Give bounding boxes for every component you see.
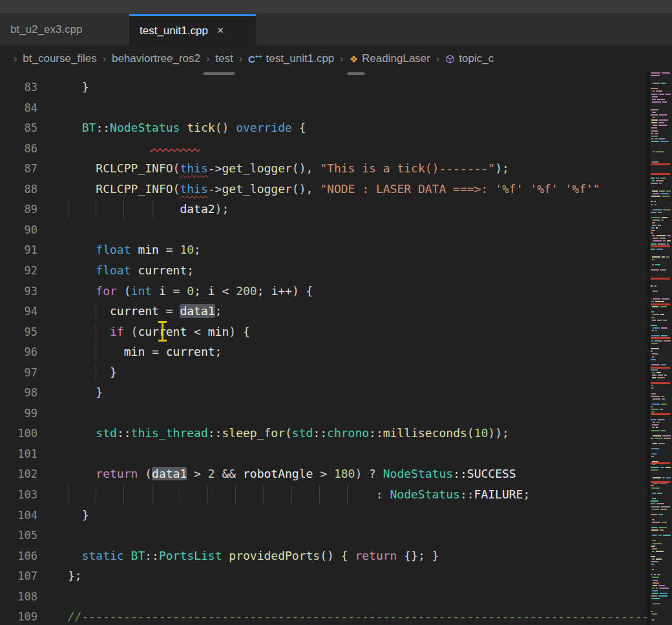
code-token: ) { <box>229 325 250 338</box>
code-line[interactable]: 98 } <box>0 382 650 403</box>
line-number[interactable]: 102 <box>0 464 37 484</box>
code-line[interactable]: 108 <box>0 586 650 607</box>
code-line[interactable]: 95 if (current < min) { <box>0 322 650 342</box>
breadcrumb-item-folder[interactable]: behaviortree_ros2 <box>112 52 200 65</box>
code-token: PortsList <box>159 549 222 562</box>
breadcrumb-item-class[interactable]: ❖ ReadingLaser <box>350 52 430 65</box>
code-token: BT <box>131 549 145 562</box>
code-line[interactable]: 100 std::this_thread::sleep_for(std::chr… <box>0 423 650 444</box>
tab-test-unit1[interactable]: test_unit1.cpp × <box>129 14 256 45</box>
line-number[interactable]: 100 <box>0 424 37 444</box>
code-line[interactable]: 105 <box>0 525 650 546</box>
code-line[interactable]: 92 float current; <box>0 260 650 281</box>
code-token <box>68 243 96 256</box>
code-token: : <box>68 487 390 501</box>
code-token: ) ? <box>355 467 383 480</box>
code-token: :: <box>117 426 131 440</box>
line-number[interactable]: 108 <box>0 587 37 607</box>
code-token: ( <box>124 325 138 338</box>
line-number[interactable]: 85 <box>0 118 37 138</box>
class-icon: ❖ <box>350 54 358 64</box>
code-line[interactable]: 85 BT::NodeStatus tick() override { <box>0 118 650 138</box>
code-line[interactable]: 102 return (data1 > 2 && robotAngle > 18… <box>0 464 650 484</box>
line-number[interactable]: 83 <box>0 77 37 97</box>
breadcrumb-item-folder[interactable]: test <box>215 52 233 65</box>
code-line[interactable]: 103 : NodeStatus::FAILURE; <box>0 484 650 505</box>
code-token <box>180 121 187 134</box>
line-number[interactable]: 90 <box>0 220 37 240</box>
tab-bt-u2-ex3[interactable]: bt_u2_ex3.cpp <box>0 14 129 45</box>
code-token: NodeStatus <box>383 467 453 480</box>
code-line[interactable]: 104 } <box>0 505 650 526</box>
code-token: this <box>180 161 207 175</box>
code-line[interactable]: 90 <box>0 220 650 240</box>
close-icon[interactable]: × <box>217 24 224 37</box>
code-line[interactable]: 97 } <box>0 362 650 383</box>
chevron-right-icon: › <box>14 53 17 65</box>
line-number[interactable]: 107 <box>0 566 37 586</box>
code-token: current <box>110 304 159 318</box>
indent-guide <box>68 200 68 218</box>
code-token: this <box>180 182 207 196</box>
line-number[interactable]: 101 <box>0 444 37 464</box>
code-token: = <box>159 304 180 318</box>
line-number[interactable]: 94 <box>0 302 37 322</box>
code-line[interactable]: 91 float min = 10; <box>0 240 650 260</box>
line-number[interactable]: 92 <box>0 261 37 281</box>
code-token: BT <box>82 121 96 134</box>
code-token: min <box>208 325 229 338</box>
code-line[interactable]: 96 min = current; <box>0 342 650 362</box>
line-number[interactable]: 88 <box>0 179 37 200</box>
line-number[interactable]: 91 <box>0 240 37 260</box>
indent-guide <box>68 486 68 504</box>
code-line[interactable]: 86 <box>0 138 650 159</box>
code-line[interactable]: 107}; <box>0 566 650 586</box>
line-number[interactable]: 86 <box>0 139 37 159</box>
line-number[interactable]: 105 <box>0 526 37 546</box>
code-line[interactable]: 89 data2); <box>0 199 650 220</box>
breadcrumb-item-file[interactable]: C++ test_unit1.cpp <box>248 52 334 65</box>
breadcrumb-item-folder[interactable]: bt_course_files <box>23 52 96 65</box>
line-number[interactable]: 95 <box>0 322 37 342</box>
breadcrumb-item-method[interactable]: topic_c <box>445 52 494 65</box>
line-number[interactable]: 106 <box>0 546 37 566</box>
line-number[interactable]: 109 <box>0 607 37 625</box>
code-line[interactable]: 109//-----------------------------------… <box>0 606 650 625</box>
code-line[interactable]: 101 <box>0 444 650 464</box>
code-token: static <box>82 549 124 562</box>
code-token <box>131 243 138 256</box>
code-editor[interactable]: ~~~~~~ 83 }8485 BT::NodeStatus tick() ov… <box>0 72 672 625</box>
code-token: data1 <box>152 467 187 480</box>
code-line[interactable]: 94 current = data1; <box>0 301 650 322</box>
code-token: :: <box>313 426 327 440</box>
code-line[interactable]: 93 for (int i = 0; i < 200; i++) { <box>0 281 650 302</box>
code-token: float <box>96 263 131 277</box>
line-number[interactable]: 89 <box>0 200 37 220</box>
line-number[interactable]: 104 <box>0 506 37 526</box>
line-number[interactable]: 87 <box>0 159 37 179</box>
cpp-file-icon: C++ <box>248 54 262 64</box>
code-token: int <box>131 284 152 298</box>
line-number[interactable]: 103 <box>0 485 37 505</box>
code-token: i <box>159 284 166 298</box>
code-token <box>222 549 229 562</box>
code-line[interactable]: 88 RCLCPP_INFO(this->get_logger(), "NODE… <box>0 179 650 200</box>
code-line[interactable]: 99 <box>0 403 650 424</box>
code-line[interactable]: 84 <box>0 97 650 118</box>
code-token: < <box>187 325 208 338</box>
minimap-error-highlight <box>651 382 670 384</box>
code-line[interactable]: 83 } <box>0 77 650 97</box>
line-number[interactable]: 84 <box>0 98 37 118</box>
code-token: :: <box>460 487 474 501</box>
line-number[interactable]: 97 <box>0 363 37 383</box>
minimap[interactable] <box>650 72 672 625</box>
code-token: ; <box>215 345 222 358</box>
line-number[interactable]: 99 <box>0 404 37 424</box>
line-number[interactable]: 96 <box>0 342 37 362</box>
code-token: for <box>96 284 117 298</box>
line-number[interactable]: 98 <box>0 383 37 403</box>
code-token <box>68 325 110 338</box>
code-line[interactable]: 87 RCLCPP_INFO(this->get_logger(), "This… <box>0 158 650 179</box>
code-line[interactable]: 106 static BT::PortsList providedPorts()… <box>0 546 650 566</box>
line-number[interactable]: 93 <box>0 282 37 302</box>
